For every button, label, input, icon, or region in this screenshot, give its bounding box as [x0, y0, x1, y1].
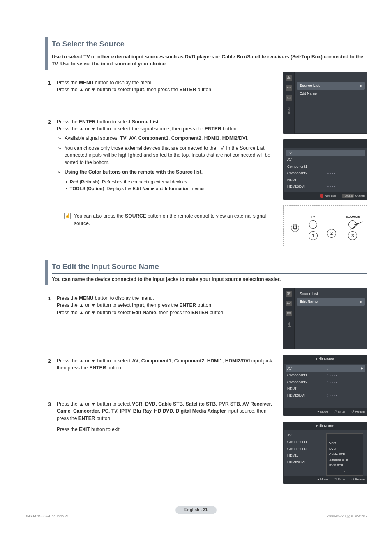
- osd-item-comp2[interactable]: Component2- - - -: [286, 170, 365, 176]
- power-icon: [291, 224, 299, 232]
- remote-num-3: 3: [348, 231, 357, 240]
- src-tv: TV: [120, 135, 126, 141]
- section-title: To Edit the Input Source Name: [52, 261, 367, 274]
- text: Press the ▲ or ▼ button to select: [57, 310, 132, 316]
- page-badge: English - 21: [175, 506, 217, 515]
- osd-row-editname[interactable]: Edit Name: [297, 90, 365, 97]
- popup-opt-dvd[interactable]: DVD: [329, 446, 360, 452]
- text: , then press the: [156, 310, 191, 316]
- red-chip-icon: [320, 194, 323, 198]
- osd-edit-name-popup: Edit Name AV Component1 Component2 HDMI1…: [283, 422, 367, 484]
- device-popup[interactable]: - - - - VCR DVD Cable STB Satellite STB …: [326, 433, 363, 476]
- kw-input: Input: [132, 87, 144, 93]
- kw-enter: ENTER: [191, 310, 208, 316]
- plug-icon: [286, 301, 292, 306]
- text: button.: [106, 365, 122, 371]
- text: Press the ▲ or ▼ button to select the si…: [57, 126, 205, 132]
- kw-input: Input: [132, 302, 144, 308]
- step-1: 1 Press the MENU button to display the m…: [45, 79, 276, 94]
- step-number: 3: [45, 401, 51, 434]
- step-3b: 3 Press the ▲ or ▼ button to select VCR,…: [45, 401, 276, 434]
- kw-enter: ENTER: [79, 119, 96, 125]
- pointer-arrow-icon: [350, 221, 363, 232]
- text: Press the: [57, 295, 79, 301]
- section-header-edit-name: To Edit the Input Source Name You can na…: [45, 260, 367, 285]
- osd-item-comp2[interactable]: Component2: - - - -: [286, 379, 365, 385]
- popup-opt-blank[interactable]: - - - -: [329, 435, 360, 441]
- kw-red-refresh: Red (Refresh): [70, 179, 99, 184]
- remote-diagram: TV 1 2 SOURCE 3: [283, 205, 367, 246]
- text: : Displays the: [104, 186, 132, 191]
- step-number: 2: [45, 118, 51, 227]
- kw-menu: MENU: [79, 295, 93, 301]
- kw-enter: ENTER: [78, 415, 95, 421]
- osd-edit-name: Edit Name AV: - - - -▶ Component1: - - -…: [283, 355, 367, 416]
- osd-item-comp1[interactable]: Component1- - - -: [286, 163, 365, 170]
- text: button.: [196, 302, 212, 308]
- src-hdmi1: HDMI1: [207, 358, 222, 364]
- remote-num-1: 1: [309, 231, 318, 240]
- text: Press the ▲ or ▼ button to select: [57, 358, 132, 364]
- osd-item-av[interactable]: AV: - - - -▶: [286, 365, 365, 372]
- footer-timestamp: 2008-05-28 오후 9:43:07: [327, 514, 367, 519]
- kw-editname: Edit Name: [132, 186, 154, 191]
- remote-source-label: SOURCE: [346, 214, 360, 219]
- note-color-buttons: ➢ Using the Color buttons on the remote …: [57, 169, 276, 176]
- step-2b: 2 Press the ▲ or ▼ button to select AV, …: [45, 357, 276, 372]
- tools-chip-icon: TOOLS: [342, 194, 354, 198]
- osd-input-menu: Input Source List▶ Edit Name: [283, 72, 367, 134]
- text: menus.: [189, 186, 205, 191]
- text: button to display the menu.: [93, 80, 154, 86]
- section-header-select-source: To Select the Source Use to select TV or…: [45, 37, 367, 70]
- foot-move: Move: [320, 478, 328, 481]
- hand-note-source: ☝ You can also press the SOURCE button o…: [64, 213, 276, 227]
- remote-num-2: 2: [327, 229, 336, 238]
- popup-opt-sat[interactable]: Satellite STB: [329, 457, 360, 463]
- print-footer: BN68-01580A-Eng.indb 21 2008-05-28 오후 9:…: [25, 514, 367, 519]
- src-comp2: Component2: [174, 358, 204, 364]
- side-label: Input: [286, 322, 291, 329]
- plug-icon: [286, 85, 292, 91]
- osd-title: [283, 139, 367, 148]
- card-icon: [286, 95, 292, 101]
- text: button to display the menu.: [93, 295, 154, 301]
- src-comp2: Component2: [171, 135, 201, 141]
- osd-row-sourcelist[interactable]: Source List: [297, 290, 365, 298]
- osd-item-hdmi2[interactable]: HDMI2/DVI: - - - -: [286, 392, 365, 399]
- step-number: 1: [45, 295, 51, 316]
- text: Press the ▲ or ▼ button to select: [57, 302, 132, 308]
- step-number: 2: [45, 357, 51, 372]
- kw-editname: Edit Name: [132, 310, 156, 316]
- osd-item-hdmi1[interactable]: HDMI1- - - -: [286, 176, 365, 183]
- osd-item-comp1[interactable]: Component1: - - - -: [286, 372, 365, 378]
- text: Using the Color buttons on the remote wi…: [65, 169, 203, 175]
- step-number: 1: [45, 79, 51, 94]
- popup-opt-pvr[interactable]: PVR STB: [329, 463, 360, 469]
- osd-item-av[interactable]: AV- - - -: [286, 156, 365, 163]
- step-1b: 1 Press the MENU button to display the m…: [45, 295, 276, 316]
- osd-item-hdmi1[interactable]: HDMI1: - - - -: [286, 385, 365, 392]
- step-2: 2 Press the ENTER button to select Sourc…: [45, 118, 276, 227]
- foot-option: Option: [355, 194, 365, 197]
- footer-file: BN68-01580A-Eng.indb 21: [25, 514, 69, 519]
- src-av: AV: [132, 358, 138, 364]
- text: Press the: [57, 80, 79, 86]
- src-hdmi1: HDMI1: [204, 135, 219, 141]
- card-icon: [286, 311, 292, 316]
- arrow-icon: ➢: [58, 169, 61, 176]
- osd-row-editname[interactable]: Edit Name▶: [297, 298, 365, 306]
- popup-opt-vcr[interactable]: VCR: [329, 441, 360, 446]
- kw-tools-option: TOOLS (Option): [70, 186, 104, 191]
- foot-enter: Enter: [338, 410, 346, 413]
- section-intro: Use to select TV or other external input…: [52, 53, 367, 68]
- popup-opt-cable[interactable]: Cable STB: [329, 452, 360, 457]
- osd-item-hdmi2[interactable]: HDMI2/DVI- - - -: [286, 183, 365, 190]
- kw-sourcelist: Source List: [132, 119, 159, 125]
- src-hdmi2: HDMI2/DVI: [222, 135, 247, 141]
- text: Press the ▲ or ▼ button to select: [57, 87, 132, 93]
- color-button-details: •Red (Refresh): Refreshes the connecting…: [66, 179, 276, 192]
- osd-item-tv[interactable]: TV: [286, 150, 365, 156]
- src-comp1: Component1: [141, 358, 171, 364]
- osd-row-sourcelist[interactable]: Source List▶: [297, 82, 365, 90]
- svg-marker-0: [350, 221, 363, 230]
